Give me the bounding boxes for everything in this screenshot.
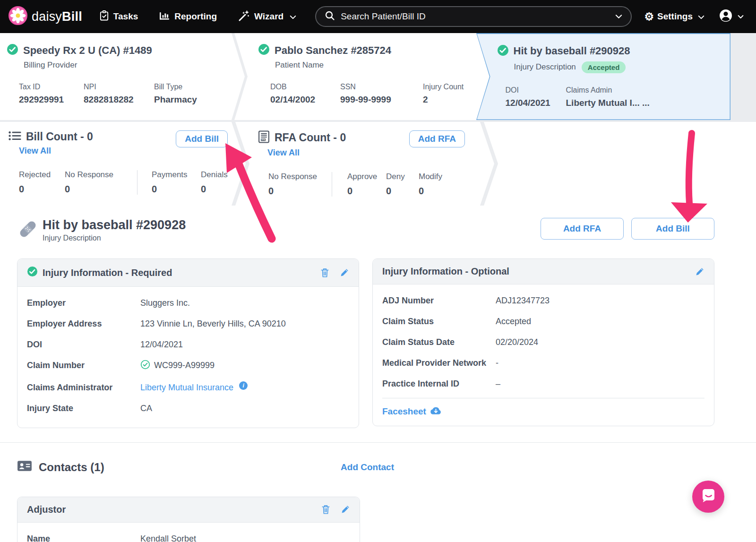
add-bill-button-top[interactable]: Add Bill (176, 130, 228, 147)
chevron-down-icon (738, 12, 744, 21)
adjustor-card: Adjustor Name Kendall (17, 497, 360, 542)
nav-reporting[interactable]: Reporting (159, 10, 217, 23)
add-rfa-button-top[interactable]: Add RFA (409, 130, 465, 147)
edit-pencil-icon[interactable] (695, 267, 704, 276)
crumb-field: Bill Type Pharmacy (154, 83, 197, 105)
stat-deny: Deny0 (386, 172, 419, 197)
field-claim-status: Claim Status Accepted (382, 311, 704, 332)
crumb-title: Speedy Rx 2 U (CA) #1489 (23, 44, 152, 57)
nav-tasks[interactable]: Tasks (99, 10, 138, 24)
list-icon (9, 131, 21, 143)
chevron-down-icon (698, 11, 704, 22)
field-practice-internal-id: Practice Internal ID – (382, 373, 704, 394)
chat-launcher-button[interactable] (692, 481, 724, 513)
gear-icon: ⚙ (644, 11, 654, 22)
rfa-count-panel: RFA RFA Count - 0 View All Add RFA No Re… (235, 122, 494, 206)
stat-approve: Approve0 (347, 172, 386, 197)
injury-info-optional-card: Injury Information - Optional ADJ Number… (372, 258, 714, 426)
stat-no-response: No Response0 (65, 170, 129, 195)
search-bar[interactable] (315, 6, 632, 27)
nav-reporting-label: Reporting (174, 11, 217, 22)
chevron-down-icon (290, 11, 296, 22)
add-bill-button[interactable]: Add Bill (631, 218, 714, 240)
counts-row: Bill Count - 0 View All Add Bill Rejecte… (0, 122, 756, 206)
divider (137, 170, 137, 195)
search-icon (325, 10, 335, 23)
counts-row-spacer (484, 122, 756, 206)
breadcrumb-patient[interactable]: Pablo Sanchez #285724 Patient Name DOB 0… (234, 33, 492, 120)
field-doi: DOI 12/04/2021 (27, 334, 349, 355)
breadcrumb-injury-selected[interactable]: Hit by baseball #290928 Injury Descripti… (476, 33, 730, 120)
svg-text:RFA: RFA (261, 138, 265, 141)
card-title: Injury Information - Required (43, 267, 172, 278)
check-circle-icon (27, 266, 38, 279)
facesheet-link[interactable]: Facesheet (382, 406, 704, 417)
daisy-flower-icon (9, 6, 27, 27)
crumb-field: SSN 999-99-9999 (340, 83, 423, 105)
page-title: Hit by baseball #290928 (43, 218, 186, 232)
stat-modify: Modify0 (419, 172, 442, 197)
field-employer: Employer Sluggers Inc. (27, 293, 349, 313)
main-content: Hit by baseball #290928 Injury Descripti… (0, 206, 756, 542)
field-name: Name Kendall Sorbet (27, 528, 350, 542)
user-avatar-icon (719, 9, 733, 25)
page-subtitle: Injury Description (43, 234, 186, 242)
crumb-title: Hit by baseball #290928 (514, 45, 630, 57)
field-claims-administrator: Claims Administrator Liberty Mutual Insu… (27, 377, 349, 398)
crumb-field: Tax ID 292929991 (19, 83, 84, 105)
crumb-field: DOI 12/04/2021 (506, 86, 566, 108)
crumb-title: Pablo Sanchez #285724 (275, 44, 391, 57)
field-employer-address: Employer Address 123 Vinnie Ln, Beverly … (27, 313, 349, 334)
check-circle-icon (497, 44, 509, 58)
bill-view-all-link[interactable]: View All (19, 146, 51, 156)
bill-count-panel: Bill Count - 0 View All Add Bill Rejecte… (0, 122, 246, 206)
crumb-subtitle: Billing Provider (24, 60, 245, 70)
bandage-icon (17, 218, 39, 242)
status-badge: Accepted (582, 61, 626, 73)
crumb-field: DOB 02/14/2002 (270, 83, 340, 105)
section-divider (0, 442, 756, 443)
delete-icon[interactable] (321, 504, 330, 515)
settings-label: Settings (657, 11, 693, 22)
crumb-field: Claims Admin Liberty Mutual I... ... (566, 86, 650, 108)
stat-rejected: Rejected0 (19, 170, 65, 195)
contact-card-icon (17, 460, 32, 475)
clipboard-check-icon (99, 10, 109, 24)
search-chevron-down-icon[interactable] (615, 12, 622, 21)
crumb-subtitle: Injury Description (514, 62, 576, 72)
contacts-title: Contacts (1) (39, 461, 104, 474)
card-title: Injury Information - Optional (382, 266, 509, 277)
claims-admin-link[interactable]: Liberty Mutual Insurance (140, 381, 233, 394)
check-circle-icon (7, 43, 18, 57)
crumb-field: Injury Count 2 (423, 83, 464, 105)
add-rfa-button[interactable]: Add RFA (541, 218, 624, 240)
cloud-download-icon (430, 406, 442, 417)
field-claim-status-date: Claim Status Date 02/20/2024 (382, 332, 704, 353)
field-adj-number: ADJ Number ADJ12347723 (382, 290, 704, 311)
settings-menu[interactable]: ⚙ Settings (644, 11, 704, 22)
chat-bubble-icon (700, 487, 717, 506)
edit-pencil-icon[interactable] (340, 268, 349, 277)
user-account-menu[interactable] (719, 9, 744, 25)
field-injury-state: Injury State CA (27, 398, 349, 419)
rfa-view-all-link[interactable]: View All (267, 148, 300, 158)
breadcrumb-billing-provider[interactable]: Speedy Rx 2 U (CA) #1489 Billing Provide… (0, 33, 245, 120)
add-contact-link[interactable]: Add Contact (341, 462, 394, 473)
nav-wizard[interactable]: Wizard (238, 9, 296, 24)
stat-payments: Payments0 (152, 170, 201, 195)
search-input[interactable] (341, 11, 615, 22)
stat-no-response: No Response0 (268, 172, 324, 197)
nav-tasks-label: Tasks (113, 11, 138, 22)
daisybill-logo[interactable]: daisyBill (9, 6, 82, 27)
divider (332, 172, 332, 197)
breadcrumb: Speedy Rx 2 U (CA) #1489 Billing Provide… (0, 33, 756, 120)
delete-icon[interactable] (320, 267, 329, 278)
rfa-count-title: RFA Count - 0 (275, 131, 346, 144)
crumb-field: NPI 8282818282 (84, 83, 154, 105)
edit-pencil-icon[interactable] (341, 505, 350, 514)
top-navbar: daisyBill Tasks Reporting (0, 0, 756, 33)
nav-wizard-label: Wizard (254, 11, 284, 22)
field-medical-provider-network: Medical Provider Network - (382, 353, 704, 373)
magic-wand-icon (238, 9, 250, 24)
info-icon[interactable]: i (239, 381, 248, 390)
